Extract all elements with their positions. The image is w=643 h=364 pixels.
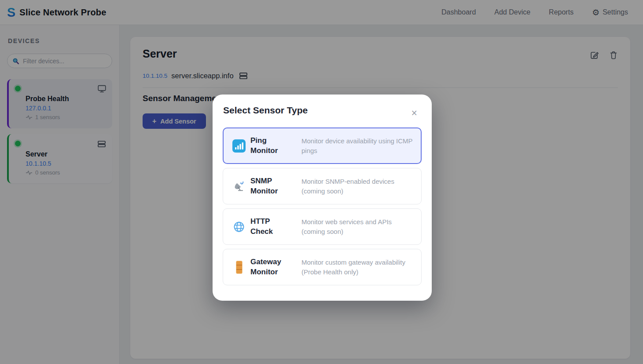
option-description: Monitor device availability using ICMP p…	[301, 136, 413, 155]
option-title: HTTP Check	[250, 217, 293, 237]
globe-icon	[232, 221, 246, 233]
option-title: Ping Monitor	[250, 136, 293, 156]
option-title: Gateway Monitor	[250, 257, 293, 277]
gateway-icon	[232, 261, 246, 274]
ping-bars-icon	[232, 139, 246, 153]
option-gateway-monitor[interactable]: Gateway Monitor Monitor custom gateway a…	[223, 249, 422, 285]
option-snmp-monitor[interactable]: SNMP Monitor Monitor SNMP-enabled device…	[223, 168, 422, 204]
sensor-type-modal: Select Sensor Type × Ping Monitor Monito…	[213, 95, 432, 301]
satellite-icon	[232, 180, 246, 193]
option-http-check[interactable]: HTTP Check Monitor web services and APIs…	[223, 208, 422, 245]
option-description: Monitor custom gateway availability (Pro…	[301, 258, 413, 277]
close-icon[interactable]: ×	[412, 108, 417, 118]
option-description: Monitor web services and APIs (coming so…	[301, 217, 413, 236]
option-description: Monitor SNMP-enabled devices (coming soo…	[301, 177, 413, 196]
sensor-options-list: Ping Monitor Monitor device availability…	[223, 127, 422, 285]
modal-title: Select Sensor Type	[223, 105, 308, 116]
option-ping-monitor[interactable]: Ping Monitor Monitor device availability…	[223, 127, 422, 164]
option-title: SNMP Monitor	[250, 176, 293, 196]
